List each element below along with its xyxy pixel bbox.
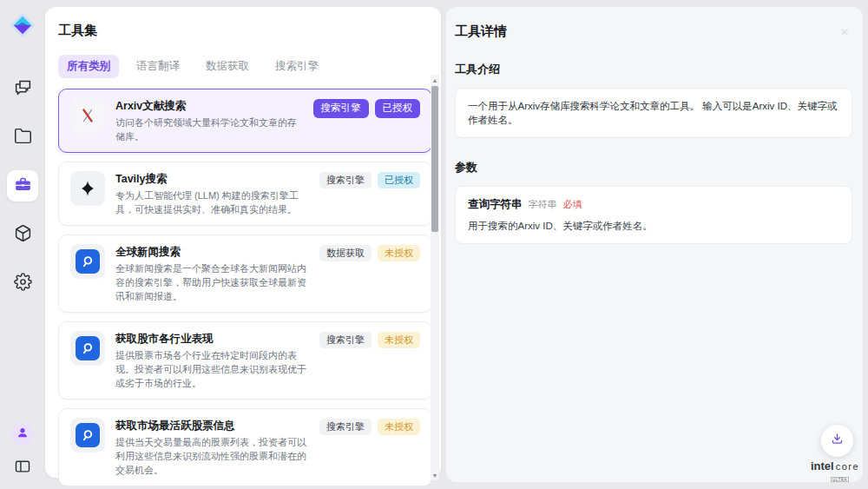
tool-description: 提供股票市场各个行业在特定时间段内的表现。投资者可以利用这些信息来识别表现优于或…: [115, 348, 312, 390]
intro-heading: 工具介绍: [455, 62, 852, 77]
category-badge: 数据获取: [319, 245, 372, 261]
category-tabs: 所有类别 语言翻译 数据获取 搜索引擎: [58, 55, 441, 78]
sidebar-item-chat[interactable]: [7, 73, 38, 104]
rail-nav: [7, 73, 38, 299]
sidebar-item-toolbox[interactable]: [7, 170, 38, 202]
tab-data-acquisition[interactable]: 数据获取: [197, 55, 258, 78]
chat-icon: [14, 78, 32, 100]
blue-magnifier-icon: [70, 244, 105, 279]
tool-title: 获取股市各行业表现: [115, 331, 312, 346]
tab-search-engine[interactable]: 搜索引擎: [266, 55, 327, 78]
arxiv-logo-icon: [70, 98, 105, 133]
scroll-down-arrow-icon[interactable]: ▼: [431, 470, 439, 480]
tool-card-list: Arxiv文献搜索 访问各个研究领域大量科学论文和文章的存储库。 搜索引擎 已授…: [58, 89, 432, 486]
list-scrollbar[interactable]: ▲ ▼: [431, 75, 439, 480]
category-badge: 搜索引擎: [319, 172, 372, 188]
close-icon[interactable]: ✕: [840, 26, 849, 38]
auth-status-badge: 未授权: [378, 332, 420, 348]
tool-card-sector-performance[interactable]: 获取股市各行业表现 提供股票市场各个行业在特定时间段内的表现。投资者可以利用这些…: [58, 321, 432, 400]
auth-status-badge: 已授权: [375, 99, 421, 118]
tool-card-tavily[interactable]: Tavily搜索 专为人工智能代理 (LLM) 构建的搜索引擎工具，可快速提供实…: [58, 162, 432, 226]
param-description: 用于搜索的Arxiv ID、关键字或作者姓名。: [468, 220, 839, 233]
tab-all-categories[interactable]: 所有类别: [58, 55, 119, 78]
intro-text: 一个用于从Arxiv存储库搜索科学论文和文章的工具。 输入可以是Arxiv ID…: [468, 99, 839, 127]
rail-bottom: [0, 423, 45, 479]
tool-description: 提供当天交易量最高的股票列表，投资者可以利用这些信息来识别流动性强的股票和潜在的…: [115, 435, 312, 477]
core-wordmark: core: [836, 461, 859, 472]
blue-magnifier-icon: [70, 331, 105, 366]
left-rail: [0, 0, 45, 489]
category-badge: 搜索引擎: [319, 332, 372, 348]
intel-core-logo: intel core ULTRA: [808, 459, 862, 488]
auth-status-badge: 已授权: [378, 172, 420, 188]
collapse-sidebar-button[interactable]: [14, 458, 31, 479]
auth-status-badge: 未授权: [378, 245, 420, 261]
intro-card: 一个用于从Arxiv存储库搜索科学论文和文章的工具。 输入可以是Arxiv ID…: [455, 88, 852, 138]
folder-icon: [14, 127, 32, 149]
app-logo: [10, 12, 36, 38]
tool-details-panel: 工具详情 ✕ 工具介绍 一个用于从Arxiv存储库搜索科学论文和文章的工具。 输…: [446, 7, 863, 482]
tool-title: 全球新闻搜索: [115, 244, 312, 259]
toolset-panel: 工具集 所有类别 语言翻译 数据获取 搜索引擎 Arxiv文献搜索 访问各个研究…: [45, 7, 441, 478]
user-icon: [16, 426, 29, 442]
tool-description: 全球新闻搜索是一个聚合全球各大新闻网站内容的搜索引擎，帮助用户快速获取全球最新资…: [115, 261, 312, 303]
toolbox-icon: [14, 175, 32, 197]
sidebar-item-models[interactable]: [7, 219, 38, 250]
params-heading: 参数: [455, 160, 852, 175]
collapse-panel-icon: [14, 463, 31, 478]
gear-icon: [14, 273, 32, 294]
cube-icon: [14, 224, 32, 246]
tool-title: 获取市场最活跃股票信息: [115, 418, 312, 433]
tool-card-active-stocks[interactable]: 获取市场最活跃股票信息 提供当天交易量最高的股票列表，投资者可以利用这些信息来识…: [58, 408, 432, 486]
download-button[interactable]: [821, 425, 853, 457]
tool-card-arxiv[interactable]: Arxiv文献搜索 访问各个研究领域大量科学论文和文章的存储库。 搜索引擎 已授…: [58, 89, 432, 153]
ultra-badge: ULTRA: [831, 477, 849, 482]
user-avatar[interactable]: [11, 423, 34, 446]
param-required-badge: 必填: [563, 198, 582, 211]
sidebar-item-settings[interactable]: [7, 268, 38, 299]
blue-magnifier-icon: [70, 418, 105, 453]
param-type: 字符串: [529, 198, 557, 211]
category-badge: 搜索引擎: [313, 99, 369, 118]
scrollbar-thumb[interactable]: [431, 86, 438, 232]
tool-card-global-news[interactable]: 全球新闻搜索 全球新闻搜索是一个聚合全球各大新闻网站内容的搜索引擎，帮助用户快速…: [58, 235, 432, 313]
sparkle-star-icon: [70, 171, 105, 206]
param-name: 查询字符串: [468, 197, 523, 212]
tool-title: Tavily搜索: [115, 171, 312, 186]
intel-wordmark: intel: [811, 459, 834, 472]
tool-description: 专为人工智能代理 (LLM) 构建的搜索引擎工具，可快速提供实时、准确和真实的结…: [115, 188, 312, 216]
sidebar-item-files[interactable]: [7, 122, 38, 153]
scroll-up-arrow-icon[interactable]: ▲: [431, 75, 439, 85]
tool-description: 访问各个研究领域大量科学论文和文章的存储库。: [115, 116, 306, 143]
app-root: { "colors": { "accent": "#6b4eea", "sele…: [0, 0, 868, 489]
tool-title: Arxiv文献搜索: [115, 98, 306, 113]
toolset-title: 工具集: [58, 23, 441, 39]
category-badge: 搜索引擎: [319, 419, 372, 435]
download-icon: [830, 432, 845, 450]
tab-language-translation[interactable]: 语言翻译: [128, 55, 188, 78]
details-title: 工具详情: [455, 23, 852, 40]
param-card: 查询字符串 字符串 必填 用于搜索的Arxiv ID、关键字或作者姓名。: [455, 186, 852, 244]
auth-status-badge: 未授权: [378, 419, 420, 435]
